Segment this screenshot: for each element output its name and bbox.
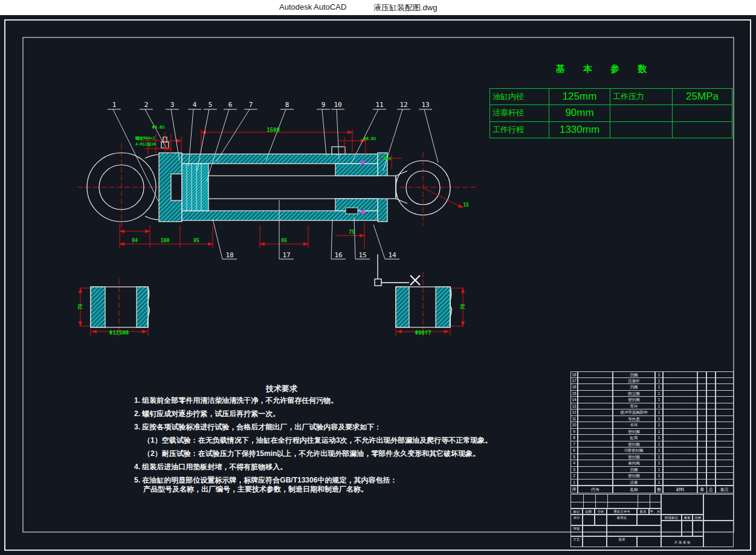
tb-blank xyxy=(595,515,607,525)
bom-cell-code xyxy=(578,473,613,480)
bom-cell-weight-total xyxy=(706,435,716,441)
balloon-leader xyxy=(207,109,229,181)
balloon-leader xyxy=(213,219,222,259)
piston xyxy=(182,164,208,211)
bom-cell-name: 防尘圈 xyxy=(613,391,655,397)
bom-cell-name: 单向阀 xyxy=(613,460,655,467)
bom-row: 5密封圈1 xyxy=(570,454,734,461)
bom-cell-weight-per xyxy=(697,460,706,467)
bom-cell-seq: 12 xyxy=(570,409,578,416)
balloon-number: 14 xyxy=(388,251,396,259)
balloon-number: 16 xyxy=(334,251,342,259)
tb-blank xyxy=(637,515,661,525)
model-space-canvas[interactable]: 123456789101112131817161514 1500Φ0.05螺纹M… xyxy=(0,15,756,555)
balloon-number: 6 xyxy=(228,101,233,109)
tb-weight: 重量 xyxy=(682,515,693,521)
bom-cell-name: 密封圈 xyxy=(613,454,655,461)
bom-cell-weight-per xyxy=(697,448,706,454)
bom-cell-qty: 1 xyxy=(655,460,663,467)
bom-cell-seq: 18 xyxy=(570,371,578,378)
bom-cell-weight-per xyxy=(697,435,706,441)
bom-cell-code xyxy=(578,429,613,435)
dimension-text: 4-M12深30 xyxy=(135,142,156,147)
cushion-valve xyxy=(346,208,358,214)
bom-cell-name: O形密封圈 xyxy=(613,448,655,454)
dimension-text: 15 xyxy=(463,202,469,208)
bom-cell-code xyxy=(578,454,613,461)
bom-cell-code xyxy=(578,416,613,423)
tb-date: 年、月 xyxy=(649,508,661,515)
bom-cell-code xyxy=(578,460,613,467)
tech-line: 产品型号及名称，出厂编号，主要技术参数，制造日期和制造厂名称。 xyxy=(143,484,482,495)
bom-cell-remark xyxy=(716,467,734,473)
bom-row: 2密封圈1 xyxy=(570,473,734,480)
bom-row: 3挡圈1 xyxy=(570,467,734,473)
tech-line: 3. 应按各项试验标准进行试验，合格后才能出厂，出厂试验内容及要求如下： xyxy=(134,422,473,432)
tb-sheets: 共 张 第 张 xyxy=(661,536,703,547)
bom-cell-seq: 3 xyxy=(570,467,578,473)
bom-cell-material xyxy=(663,378,697,385)
balloon-number: 1 xyxy=(112,101,117,109)
tb-blank xyxy=(637,536,661,547)
bom-row: 16挡圈1 xyxy=(570,384,734,391)
bom-cell-seq: 13 xyxy=(570,403,578,410)
tb-approve: 批准 xyxy=(607,536,637,547)
bom-cell-qty: 1 xyxy=(655,384,663,391)
bom-cell-qty: 1 xyxy=(655,371,663,378)
bom-cell-qty: 1 xyxy=(655,448,663,454)
bom-row: 4单向阀1 xyxy=(570,460,734,467)
bom-cell-weight-total xyxy=(706,441,716,448)
balloon-number: 18 xyxy=(225,251,233,259)
bom-cell-remark xyxy=(716,460,734,467)
bom-cell-remark xyxy=(716,448,734,454)
bom-cell-material xyxy=(663,429,697,435)
bom-row: 15防尘圈1 xyxy=(570,391,734,397)
bom-cell-material xyxy=(663,441,697,448)
bom-cell-material xyxy=(663,460,697,467)
param-label: 工作行程 xyxy=(490,121,549,138)
detail-views xyxy=(91,287,451,327)
bom-cell-weight-total xyxy=(706,416,716,423)
dimension-text: Φ0.05 xyxy=(152,125,164,130)
bom-cell-qty: 1 xyxy=(655,409,663,416)
bom-cell-seq: 6 xyxy=(570,448,578,454)
balloon-leader xyxy=(266,109,286,161)
tb-scale: 比例 xyxy=(693,515,703,521)
parts-list-rows: 18挡圈117活塞杆116挡圈115防尘圈114密封圈113耳环112缓冲节流阀… xyxy=(570,371,734,486)
bom-cell-remark xyxy=(716,429,734,435)
bom-cell-code xyxy=(578,409,613,416)
bom-cell-name: 缸筒 xyxy=(613,435,655,441)
bom-cell-seq: 9 xyxy=(570,429,578,435)
bom-cell-seq: 5 xyxy=(570,454,578,461)
bom-cell-weight-total xyxy=(706,448,716,454)
basic-parameters-table: 油缸内径 125mm 工作压力 25MPa 活塞杆径 90mm 工作行程 133… xyxy=(489,88,732,138)
bom-cell-weight-total xyxy=(706,460,716,467)
balloon-number: 2 xyxy=(144,101,149,109)
dimension-text: 75 xyxy=(349,229,355,235)
barrel-top-wall xyxy=(182,154,378,164)
tech-line: 1. 组装前全部零件用清洁柴油清洗干净，不允许留存任何污物。 xyxy=(134,396,473,406)
param-value-empty xyxy=(673,121,732,138)
dimension-text: 70 xyxy=(78,304,83,310)
bom-cell-code xyxy=(578,378,613,385)
balloon-number: 4 xyxy=(193,101,197,109)
bom-cell-remark xyxy=(716,454,734,461)
bom-cell-seq: 2 xyxy=(570,473,578,480)
bom-cell-name: 缓冲节流阀部件 xyxy=(613,409,655,416)
bom-cell-weight-total xyxy=(706,422,716,429)
dimension-text: Φ65 xyxy=(384,156,392,161)
bom-cell-remark xyxy=(716,371,734,378)
bom-cell-remark xyxy=(716,473,734,480)
bom-row: 8缸筒1 xyxy=(570,435,734,441)
bom-cell-weight-per xyxy=(697,403,706,410)
title-block: 标记 处数 分区 更改文件号 签名 年、月 设计 标准化 审核 工艺 批准 阶段… xyxy=(570,487,734,547)
cylinder-assembly xyxy=(87,137,450,222)
bom-cell-weight-total xyxy=(706,480,716,486)
parts-list: 18挡圈117活塞杆116挡圈115防尘圈114密封圈113耳环112缓冲节流阀… xyxy=(570,371,734,493)
bom-cell-weight-total xyxy=(706,473,716,480)
bom-cell-weight-per xyxy=(697,441,706,448)
tb-process: 工艺 xyxy=(570,536,583,547)
bom-cell-material xyxy=(663,454,697,461)
bom-cell-remark xyxy=(716,391,734,397)
bom-cell-seq: 15 xyxy=(570,391,578,397)
